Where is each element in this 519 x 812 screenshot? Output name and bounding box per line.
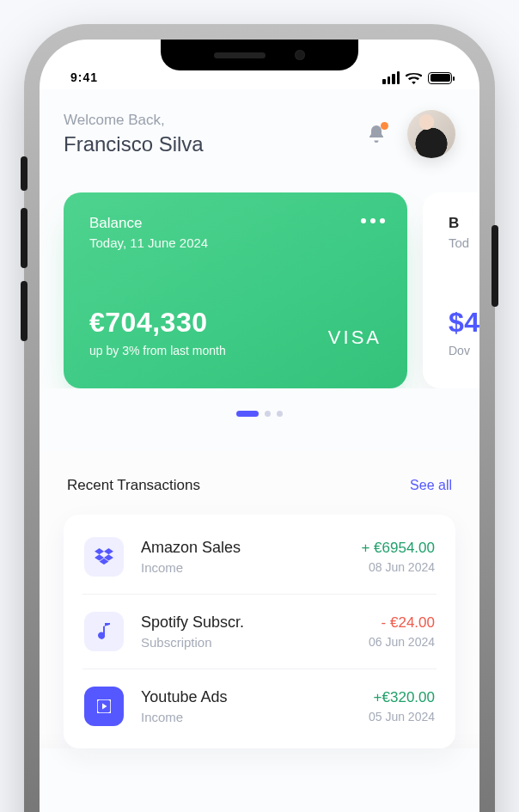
transactions-list: Amazon Sales Income + €6954.00 08 Jun 20…: [64, 515, 455, 748]
screen: 9:41 Welcome Back, Francisco Silva: [40, 40, 479, 812]
speaker: [214, 52, 266, 58]
welcome-text: Welcome Back,: [64, 112, 345, 129]
pager-dot[interactable]: [277, 411, 283, 417]
card-date: Tod: [449, 235, 479, 250]
notification-dot-icon: [381, 122, 388, 130]
card-label: Balance: [89, 215, 382, 232]
wifi-icon: [406, 72, 422, 84]
pager-dot[interactable]: [265, 411, 271, 417]
transaction-category: Subscription: [141, 635, 351, 650]
front-camera: [295, 50, 305, 60]
transaction-date: 05 Jun 2024: [369, 710, 435, 723]
card-brand: VISA: [328, 327, 382, 349]
transaction-name: Amazon Sales: [141, 539, 344, 557]
transactions-title: Recent Transactions: [67, 477, 200, 494]
card-amount: $4: [449, 307, 479, 339]
transaction-amount: +€320.00: [369, 689, 435, 706]
card-pager[interactable]: [40, 411, 479, 417]
status-time: 9:41: [70, 70, 98, 84]
see-all-link[interactable]: See all: [410, 478, 452, 493]
transaction-row[interactable]: Amazon Sales Income + €6954.00 08 Jun 20…: [82, 520, 437, 595]
cellular-signal-icon: [382, 71, 400, 84]
transaction-amount: - €24.00: [369, 614, 435, 632]
transaction-category: Income: [141, 710, 351, 724]
transaction-name: Spotify Subscr.: [141, 614, 351, 632]
transaction-date: 08 Jun 2024: [361, 560, 435, 574]
volume-up-button: [21, 208, 27, 268]
battery-icon: [428, 72, 452, 84]
card-subtext: Dov: [449, 344, 479, 357]
side-button: [21, 156, 27, 191]
transaction-amount: + €6954.00: [361, 540, 435, 557]
music-note-icon: [84, 612, 124, 651]
avatar[interactable]: [407, 110, 455, 158]
user-name: Francisco Silva: [64, 132, 345, 156]
play-icon: [84, 687, 124, 726]
volume-down-button: [21, 281, 27, 341]
transaction-name: Youtube Ads: [141, 688, 351, 706]
pager-dot-active[interactable]: [236, 411, 259, 417]
transaction-row[interactable]: Spotify Subscr. Subscription - €24.00 06…: [82, 595, 437, 669]
dropbox-icon: [84, 537, 124, 577]
notch: [161, 40, 358, 70]
notifications-button[interactable]: [357, 115, 395, 153]
transaction-category: Income: [141, 560, 344, 575]
card-label: B: [449, 215, 479, 232]
transaction-date: 06 Jun 2024: [369, 635, 435, 649]
balance-cards[interactable]: Balance Today, 11 June 2024 €704,330 up …: [40, 192, 479, 388]
power-button: [492, 225, 498, 307]
card-date: Today, 11 June 2024: [89, 235, 382, 250]
phone-frame: 9:41 Welcome Back, Francisco Silva: [27, 27, 492, 812]
transaction-row[interactable]: Youtube Ads Income +€320.00 05 Jun 2024: [82, 669, 437, 743]
balance-card-primary[interactable]: Balance Today, 11 June 2024 €704,330 up …: [64, 192, 407, 388]
balance-card-secondary[interactable]: B Tod $4 Dov: [423, 192, 479, 388]
